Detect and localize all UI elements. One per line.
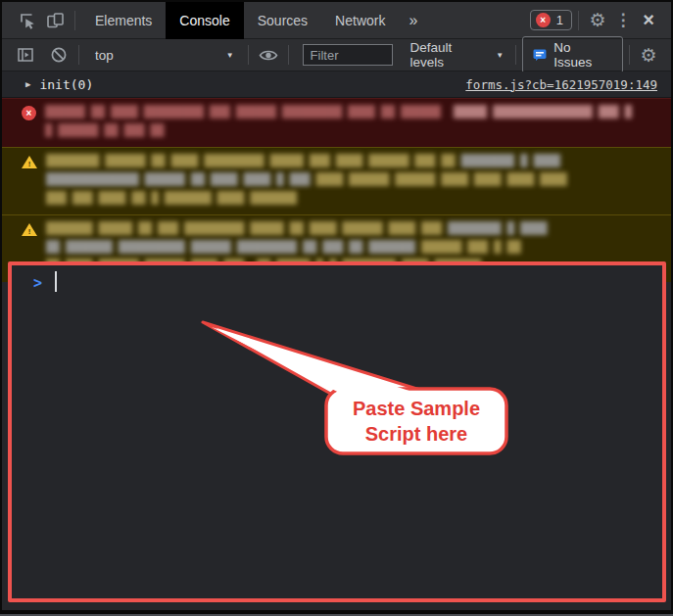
issues-message-icon (533, 49, 547, 61)
devtools-tab-bar: Elements Console Sources Network » × 1 ⚙… (2, 2, 671, 39)
console-prompt-icon: > (33, 273, 42, 293)
issues-badge[interactable]: No Issues (522, 36, 623, 73)
close-icon[interactable]: × (636, 9, 661, 31)
divider (578, 11, 579, 30)
console-message-warning: !████████ ██████ ██ ████ █████████ █████… (2, 147, 671, 214)
filter-input[interactable] (303, 44, 393, 66)
divider (78, 45, 79, 65)
devtools-window: Elements Console Sources Network » × 1 ⚙… (0, 0, 673, 616)
console-input-highlight-rect: > (8, 261, 666, 602)
chevron-down-icon: ▼ (226, 51, 234, 60)
divider (288, 45, 289, 65)
live-expression-eye-icon[interactable] (255, 42, 282, 68)
divider (248, 45, 249, 65)
log-entry-text: init(0) (39, 77, 93, 92)
source-location-link[interactable]: forms.js?cb=1621957019:149 (465, 77, 657, 92)
menu-dots-icon[interactable]: ⋮ (610, 10, 636, 30)
error-count-badge[interactable]: × 1 (530, 10, 572, 30)
divider (629, 45, 630, 65)
warning-icon: ! (22, 155, 37, 170)
blurred-message-text: ████████ ██████ ██ ████ █████████ █████ … (46, 154, 661, 210)
inspect-element-icon[interactable] (14, 8, 41, 33)
issues-label: No Issues (553, 40, 612, 70)
divider (74, 11, 75, 30)
log-levels-dropdown[interactable]: Default levels ▼ (405, 40, 510, 70)
console-settings-gear-icon[interactable]: ⚙ (636, 44, 661, 67)
context-selector-value: top (95, 48, 114, 63)
error-badge-icon: × (536, 13, 551, 27)
divider (515, 45, 516, 65)
error-icon: × (22, 106, 36, 120)
settings-gear-icon[interactable]: ⚙ (585, 9, 610, 31)
error-count: 1 (556, 13, 563, 27)
log-levels-value: Default levels (410, 40, 490, 70)
warning-icon: ! (22, 222, 37, 238)
console-toolbar: top ▼ Default levels ▼ No Issues (2, 39, 671, 71)
console-message-error: ×██████ ██ ████ █████████ ███ ██████ ███… (2, 98, 671, 147)
tab-elements[interactable]: Elements (81, 2, 166, 39)
console-log-entry: ▶ init(0) forms.js?cb=1621957019:149 (2, 71, 671, 98)
tab-console[interactable]: Console (166, 2, 243, 39)
expand-triangle-icon[interactable]: ▶ (25, 79, 30, 89)
device-toolbar-icon[interactable] (41, 8, 69, 33)
context-selector[interactable]: top ▼ (85, 48, 242, 63)
blurred-message-text: ██████ ██ ████ █████████ ███ ██████ ████… (45, 105, 661, 142)
console-log-messages: ×██████ ██ ████ █████████ ███ ██████ ███… (2, 98, 671, 282)
chevron-down-icon: ▼ (496, 51, 504, 60)
console-sidebar-icon[interactable] (12, 42, 39, 68)
text-cursor[interactable] (55, 271, 57, 292)
console-log: ▶ init(0) forms.js?cb=1621957019:149 ×██… (2, 71, 671, 282)
tab-network[interactable]: Network (321, 2, 399, 39)
tab-sources[interactable]: Sources (244, 2, 321, 39)
more-tabs-icon[interactable]: » (399, 12, 427, 29)
clear-console-icon[interactable] (45, 42, 72, 68)
